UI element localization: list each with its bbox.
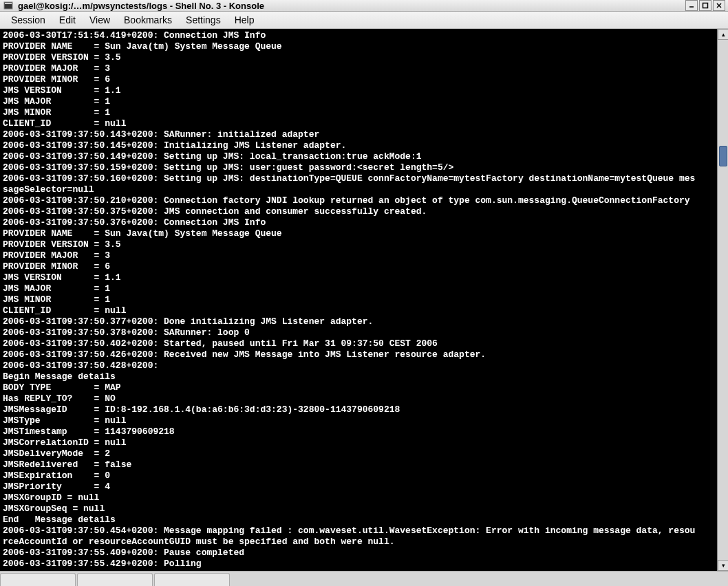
menu-help[interactable]: Help bbox=[228, 12, 261, 28]
scroll-down-button[interactable]: ▾ bbox=[718, 560, 728, 571]
scrollbar[interactable]: ▴ ▾ bbox=[717, 29, 728, 571]
scroll-thumb[interactable] bbox=[719, 146, 727, 166]
app-icon bbox=[3, 0, 14, 11]
menu-edit[interactable]: Edit bbox=[52, 12, 83, 28]
close-button[interactable] bbox=[713, 0, 725, 11]
window-title: gael@kosig:/…m/pwsynctests/logs - Shell … bbox=[18, 1, 264, 11]
terminal-output[interactable]: 2006-03-30T17:51:54.419+0200: Connection… bbox=[0, 29, 717, 571]
scroll-up-button[interactable]: ▴ bbox=[718, 29, 728, 40]
svg-rect-3 bbox=[703, 3, 708, 8]
svg-rect-1 bbox=[5, 3, 12, 4]
tab-2[interactable] bbox=[77, 573, 153, 586]
maximize-button[interactable] bbox=[699, 0, 711, 11]
menu-view[interactable]: View bbox=[83, 12, 117, 28]
tab-1[interactable] bbox=[0, 573, 76, 586]
tab-3[interactable] bbox=[154, 573, 230, 586]
minimize-button[interactable] bbox=[685, 0, 698, 11]
menu-session[interactable]: Session bbox=[4, 12, 52, 28]
tabbar bbox=[0, 571, 728, 586]
menu-bookmarks[interactable]: Bookmarks bbox=[117, 12, 179, 28]
terminal-container: 2006-03-30T17:51:54.419+0200: Connection… bbox=[0, 29, 728, 571]
titlebar: gael@kosig:/…m/pwsynctests/logs - Shell … bbox=[0, 0, 728, 12]
menubar: Session Edit View Bookmarks Settings Hel… bbox=[0, 12, 728, 29]
menu-settings[interactable]: Settings bbox=[179, 12, 228, 28]
